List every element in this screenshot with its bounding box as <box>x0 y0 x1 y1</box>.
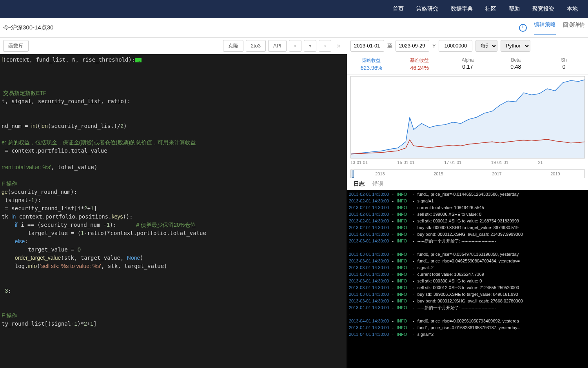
equity-chart: 13-01-0115-01-0117-01-0119-01-0121- 2013… <box>347 75 588 177</box>
nav-invest[interactable]: 聚宽投资 <box>526 5 561 13</box>
backtest-settings: 至 ¥ 每天 Python3 <box>347 38 588 54</box>
gear-icon[interactable]: ▾ <box>304 40 316 52</box>
metric-value: 623.96% <box>347 65 396 71</box>
api-button[interactable]: API <box>268 40 287 52</box>
mini-x-labels: 2013201520172019 <box>351 171 584 176</box>
end-date-input[interactable] <box>396 40 429 52</box>
nav-community[interactable]: 社区 <box>479 5 503 13</box>
svg-rect-5 <box>324 46 325 47</box>
metric: Alpha0.17 <box>444 57 492 71</box>
svg-rect-6 <box>325 46 326 46</box>
metric-label: 策略收益 <box>347 57 396 64</box>
chart-svg[interactable] <box>351 77 584 158</box>
metric: Beta0.48 <box>492 57 540 71</box>
metric-label: 基准收益 <box>396 57 444 64</box>
tab-error[interactable]: 错误 <box>372 180 383 188</box>
svg-point-0 <box>294 45 296 46</box>
nav-help[interactable]: 帮助 <box>503 5 526 13</box>
date-separator: 至 <box>387 42 392 49</box>
metrics-row: 策略收益623.96%基准收益46.24%Alpha0.17Beta0.48Sh… <box>347 54 588 75</box>
metric: Sh0 <box>540 57 588 71</box>
top-nav: 首页 策略研究 数据字典 社区 帮助 聚宽投资 本地 <box>0 0 588 18</box>
code-editor[interactable]: l(context, fund_list, N, rise_threshold)… <box>0 54 347 368</box>
svg-rect-7 <box>326 46 326 47</box>
x-axis-labels: 13-01-0115-01-0117-01-0119-01-0121- <box>350 158 585 165</box>
log-tabs: 日志 错误 <box>347 177 588 190</box>
log-output[interactable]: 2013-02-01 14:30:00 - INFO - fund1, pric… <box>347 190 588 368</box>
nav-local[interactable]: 本地 <box>561 5 584 13</box>
nav-strategy[interactable]: 策略研究 <box>410 5 445 13</box>
func-lib-button[interactable]: 函数库 <box>3 40 29 52</box>
sub-header: 今-沪深300-14点30 编辑策略 回测详情 <box>0 18 588 38</box>
2to3-button[interactable]: 2to3 <box>246 40 266 52</box>
frequency-select[interactable]: 每天 <box>475 40 497 52</box>
metric-value: 46.24% <box>396 65 444 71</box>
range-slider[interactable]: 2013201520172019 <box>350 169 585 178</box>
strategy-title: 今-沪深300-14点30 <box>3 24 53 31</box>
metric-value: 0 <box>540 64 588 70</box>
language-select[interactable]: Python3 <box>501 40 530 52</box>
editor-toolbar: 函数库 克隆 2to3 API ▾ » <box>0 38 347 54</box>
tab-edit-strategy[interactable]: 编辑策略 <box>534 21 556 35</box>
expand-icon[interactable]: » <box>334 42 344 50</box>
metric: 策略收益623.96% <box>347 57 396 71</box>
metric-label: Alpha <box>444 57 492 63</box>
svg-line-1 <box>296 46 296 47</box>
start-date-input[interactable] <box>350 40 384 52</box>
metric: 基准收益46.24% <box>396 57 444 71</box>
currency-symbol: ¥ <box>432 42 436 49</box>
nav-datadict[interactable]: 数据字典 <box>445 5 479 13</box>
clone-button[interactable]: 克隆 <box>223 40 243 52</box>
metric-value: 0.17 <box>444 64 492 70</box>
qrcode-icon[interactable] <box>319 40 331 52</box>
svg-rect-4 <box>325 45 326 46</box>
metric-label: Sh <box>540 57 588 63</box>
svg-rect-3 <box>324 45 325 46</box>
metric-value: 0.48 <box>492 64 540 70</box>
nav-home[interactable]: 首页 <box>387 5 410 13</box>
tab-log[interactable]: 日志 <box>354 180 365 188</box>
metric-label: Beta <box>492 57 540 63</box>
cash-input[interactable] <box>439 40 472 52</box>
search-icon[interactable] <box>289 40 301 52</box>
timer-icon[interactable] <box>519 24 527 32</box>
tab-backtest-detail[interactable]: 回测详情 <box>563 22 585 34</box>
